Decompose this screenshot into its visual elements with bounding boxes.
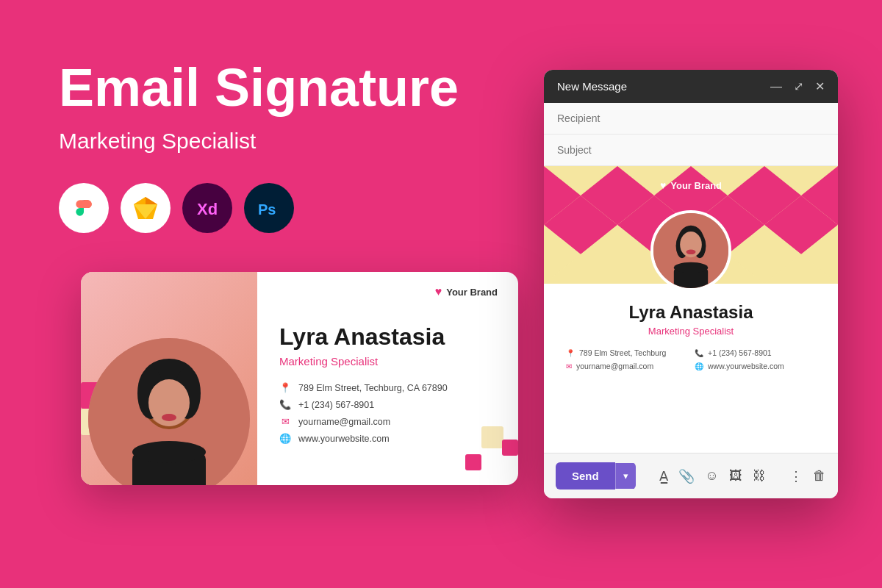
svg-text:Ps: Ps xyxy=(258,201,276,218)
emoji-icon[interactable]: ☺ xyxy=(705,468,718,484)
sig-email-row: ✉ yourname@gmail.com xyxy=(566,362,687,370)
svg-text:Xd: Xd xyxy=(197,200,218,218)
send-button[interactable]: Send xyxy=(556,462,615,490)
close-button[interactable]: ✕ xyxy=(815,81,825,93)
svg-point-38 xyxy=(674,262,708,273)
compose-header: New Message — ⤢ ✕ xyxy=(544,70,838,103)
sig-website-text: www.yourwebsite.com xyxy=(708,362,784,370)
sig-email-icon: ✉ xyxy=(566,362,572,370)
sig-website-row: 🌐 www.yourwebsite.com xyxy=(695,362,816,370)
subject-field[interactable] xyxy=(544,135,838,166)
compose-sig-role: Marketing Specialist xyxy=(559,326,823,337)
website-text: www.yourwebsite.com xyxy=(298,434,390,444)
phone-row: 📞 +1 (234) 567-8901 xyxy=(279,399,496,410)
compose-brand-label: ♥ Your Brand xyxy=(660,179,722,191)
compose-sig-info: 📍 789 Elm Street, Techburg 📞 +1 (234) 56… xyxy=(559,348,823,370)
ps-icon[interactable]: Ps xyxy=(244,183,294,233)
phone-text: +1 (234) 567-8901 xyxy=(298,400,374,410)
card-info: 📍 789 Elm Street, Techburg, CA 67890 📞 +… xyxy=(279,382,496,444)
card-role: Marketing Specialist xyxy=(279,355,496,368)
send-dropdown-button[interactable]: ▾ xyxy=(615,463,636,489)
heart-icon: ♥ xyxy=(435,285,442,298)
tools-row: Xd Ps xyxy=(59,183,470,233)
attach-icon[interactable]: 📎 xyxy=(678,468,695,484)
compose-toolbar: Send ▾ A̲ 📎 ☺ 🖼 ⛓ ⋮ 🗑 xyxy=(544,453,838,498)
location-icon: 📍 xyxy=(279,382,291,393)
card-photo-area xyxy=(81,272,257,485)
sig-address-text: 789 Elm Street, Techburg xyxy=(579,348,666,357)
deco-square-r2 xyxy=(465,454,481,470)
deco-square-r1 xyxy=(481,426,503,448)
maximize-button[interactable]: ⤢ xyxy=(794,81,803,93)
minimize-button[interactable]: — xyxy=(770,81,782,93)
compose-controls: — ⤢ ✕ xyxy=(770,81,825,93)
more-options-icon[interactable]: ⋮ xyxy=(789,468,803,484)
card-name: Lyra Anastasia xyxy=(279,323,496,351)
sig-phone-text: +1 (234) 567-8901 xyxy=(708,348,772,357)
left-section: Email Signature Marketing Specialist xyxy=(59,59,470,270)
address-text: 789 Elm Street, Techburg, CA 67890 xyxy=(298,383,448,393)
sketch-icon[interactable] xyxy=(121,183,171,233)
compose-photo-circle xyxy=(650,210,731,291)
email-row: ✉ yourname@gmail.com xyxy=(279,416,496,427)
toolbar-right: ⋮ 🗑 xyxy=(789,468,826,484)
compose-sig-content: Lyra Anastasia Marketing Specialist 📍 78… xyxy=(544,302,838,370)
subject-input[interactable] xyxy=(557,144,825,156)
compose-brand-text: Your Brand xyxy=(670,180,722,191)
link-icon[interactable]: ⛓ xyxy=(753,468,766,484)
xd-icon[interactable]: Xd xyxy=(182,183,232,233)
sig-phone-row: 📞 +1 (234) 567-8901 xyxy=(695,348,816,357)
website-row: 🌐 www.yourwebsite.com xyxy=(279,433,496,444)
brand-label: Your Brand xyxy=(446,287,498,298)
recipient-input[interactable] xyxy=(557,112,825,124)
deco-square-r3 xyxy=(502,440,518,456)
svg-point-36 xyxy=(686,250,696,254)
compose-signature-area: ♥ Your Brand Lyra Anastasia Marketing Sp… xyxy=(544,166,838,453)
sig-location-icon: 📍 xyxy=(566,349,575,357)
figma-icon[interactable] xyxy=(59,183,109,233)
address-row: 📍 789 Elm Street, Techburg, CA 67890 xyxy=(279,382,496,393)
sig-website-icon: 🌐 xyxy=(695,362,703,370)
website-icon: 🌐 xyxy=(279,433,291,444)
email-icon: ✉ xyxy=(279,416,291,427)
compose-sig-name: Lyra Anastasia xyxy=(559,302,823,323)
svg-point-15 xyxy=(132,441,206,463)
email-card: ♥ Your Brand Lyra Anastasia Marketing Sp… xyxy=(81,272,518,485)
sig-address-row: 📍 789 Elm Street, Techburg xyxy=(566,348,687,357)
image-icon[interactable]: 🖼 xyxy=(729,468,742,484)
page-title: Email Signature xyxy=(59,59,470,117)
recipient-field[interactable] xyxy=(544,103,838,135)
card-brand: ♥ Your Brand xyxy=(435,285,498,298)
card-content: ♥ Your Brand Lyra Anastasia Marketing Sp… xyxy=(257,272,518,485)
delete-icon[interactable]: 🗑 xyxy=(813,468,826,484)
format-text-icon[interactable]: A̲ xyxy=(659,468,668,484)
phone-icon: 📞 xyxy=(279,399,291,410)
sig-email-text: yourname@gmail.com xyxy=(576,362,653,370)
send-button-group[interactable]: Send ▾ xyxy=(556,462,636,490)
sig-phone-icon: 📞 xyxy=(695,349,703,357)
svg-point-13 xyxy=(162,414,176,421)
toolbar-icons: A̲ 📎 ☺ 🖼 ⛓ xyxy=(659,468,765,484)
compose-heart-icon: ♥ xyxy=(660,179,666,191)
page-subtitle: Marketing Specialist xyxy=(59,129,470,154)
compose-title: New Message xyxy=(557,80,627,93)
email-text: yourname@gmail.com xyxy=(298,417,390,427)
compose-window: New Message — ⤢ ✕ xyxy=(544,70,838,498)
